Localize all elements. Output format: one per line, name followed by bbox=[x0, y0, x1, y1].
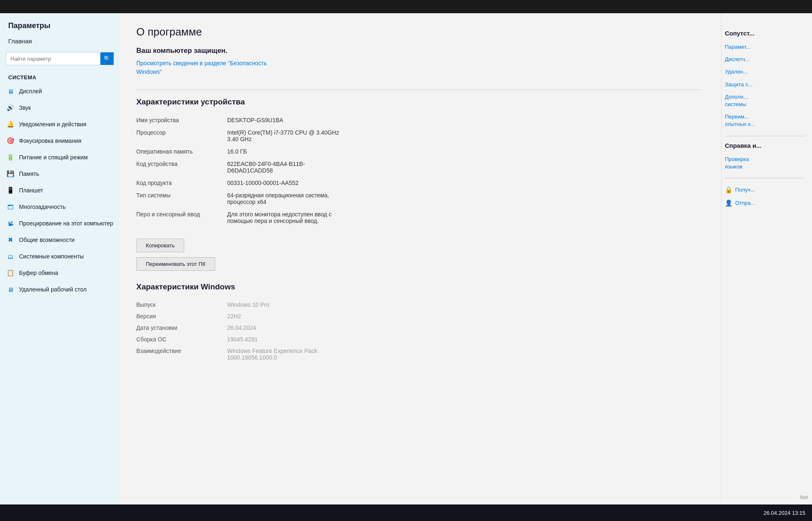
table-row: Тип системы 64-разрядная операционная си… bbox=[136, 189, 700, 208]
field-value-pen: Для этого монитора недоступен ввод спомо… bbox=[227, 208, 700, 227]
right-panel-send-item[interactable]: 👤 Отпра... bbox=[725, 197, 805, 209]
accessibility-icon: ✖ bbox=[6, 235, 15, 244]
table-row: Оперативная память 16.0 ГБ bbox=[136, 145, 700, 158]
sidebar-item-tablet-label: Планшет bbox=[19, 187, 43, 194]
sidebar-item-project[interactable]: 📽 Проецирование на этот компьютер bbox=[0, 215, 120, 232]
titlebar bbox=[0, 0, 812, 13]
field-label-install-date: Дата установки bbox=[136, 322, 227, 334]
power-icon: 🔋 bbox=[6, 153, 15, 162]
clipboard-icon: 📋 bbox=[6, 268, 15, 277]
right-panel-link-params[interactable]: Парамет... bbox=[725, 42, 805, 52]
field-value-edition: Windows 10 Pro bbox=[227, 299, 700, 310]
table-row: Взаимодействие Windows Feature Experienc… bbox=[136, 345, 700, 363]
field-value-cpu: Intel(R) Core(TM) i7-3770 CPU @ 3.40GHz3… bbox=[227, 126, 700, 145]
table-row: Процессор Intel(R) Core(TM) i7-3770 CPU … bbox=[136, 126, 700, 145]
sidebar-item-notifications-label: Уведомления и действия bbox=[19, 121, 86, 128]
sidebar-item-sound[interactable]: 🔊 Звук bbox=[0, 99, 120, 116]
sidebar-item-power-label: Питание и спящий режим bbox=[19, 154, 88, 161]
sidebar-item-project-label: Проецирование на этот компьютер bbox=[19, 220, 113, 227]
sidebar-item-clipboard[interactable]: 📋 Буфер обмена bbox=[0, 265, 120, 281]
table-row: Перо и сенсорный ввод Для этого монитора… bbox=[136, 208, 700, 227]
sidebar-item-multitask-label: Многозадачность bbox=[19, 204, 66, 210]
multitask-icon: 🗔 bbox=[6, 202, 15, 211]
field-value-interaction: Windows Feature Experience Pack1000.1905… bbox=[227, 345, 700, 363]
user-icon: 👤 bbox=[725, 199, 733, 207]
divider bbox=[136, 90, 700, 90]
tablet-icon: 📱 bbox=[6, 186, 15, 195]
sidebar-item-sound-label: Звук bbox=[19, 104, 31, 111]
components-icon: 🗂 bbox=[6, 252, 15, 261]
right-panel-link-additional[interactable]: Дополн...системы bbox=[725, 92, 805, 110]
sidebar-item-tablet[interactable]: 📱 Планшет bbox=[0, 182, 120, 199]
search-button[interactable]: 🔍 bbox=[100, 52, 114, 65]
sidebar-item-power[interactable]: 🔋 Питание и спящий режим bbox=[0, 149, 120, 166]
windows-section-title: Характеристики Windows bbox=[136, 282, 700, 291]
table-row: Код устройства 622EACB0-24F0-4BA4-B11B-D… bbox=[136, 158, 700, 177]
taskbar-clock: 26.04.2024 13:15 bbox=[764, 510, 805, 516]
field-label-product-id: Код продукта bbox=[136, 177, 227, 189]
remote-icon: 🖥 bbox=[6, 285, 15, 294]
sidebar-item-memory[interactable]: 💾 Память bbox=[0, 166, 120, 182]
right-panel-link-protection[interactable]: Защита с... bbox=[725, 79, 805, 90]
field-label-edition: Выпуск bbox=[136, 299, 227, 310]
windows-info-table: Выпуск Windows 10 Pro Версия 22H2 Дата у… bbox=[136, 299, 700, 363]
copy-button[interactable]: Копировать bbox=[136, 239, 184, 252]
sidebar-search: 🔍 bbox=[6, 52, 114, 65]
rename-button[interactable]: Переименовать этот ПК bbox=[136, 257, 215, 271]
sidebar-title: Параметры bbox=[0, 17, 120, 33]
field-value-ram: 16.0 ГБ bbox=[227, 145, 700, 158]
windows-section: Характеристики Windows Выпуск Windows 10… bbox=[136, 282, 700, 363]
focus-icon: 🎯 bbox=[6, 136, 15, 145]
sidebar-item-accessibility-label: Общие возможности bbox=[19, 237, 75, 243]
sidebar-section-label: Система bbox=[0, 69, 120, 83]
table-row: Сборка ОС 19045.4291 bbox=[136, 334, 700, 345]
sidebar-item-accessibility[interactable]: ✖ Общие возможности bbox=[0, 232, 120, 248]
table-row: Имя устройства DESKTOP-GS9U1BA bbox=[136, 114, 700, 126]
main-content: О программе Ваш компьютер защищен. Просм… bbox=[120, 13, 721, 504]
field-value-device-id: 622EACB0-24F0-4BA4-B11B-D6DAD1CADD58 bbox=[227, 158, 700, 177]
security-status: Ваш компьютер защищен. bbox=[136, 47, 700, 55]
right-panel-get-item[interactable]: 🔒 Получ... bbox=[725, 184, 805, 196]
app-container: Параметры Главная 🔍 Система 🖥 Дисплей 🔊 … bbox=[0, 13, 812, 504]
table-row: Код продукта 00331-10000-00001-AA552 bbox=[136, 177, 700, 189]
sidebar-item-display[interactable]: 🖥 Дисплей bbox=[0, 83, 120, 99]
right-panel-link-remote[interactable]: Удален... bbox=[725, 66, 805, 77]
field-label-device-name: Имя устройства bbox=[136, 114, 227, 126]
field-label-build: Сборка ОС bbox=[136, 334, 227, 345]
field-value-install-date: 26.04.2024 bbox=[227, 322, 700, 334]
sidebar-item-components[interactable]: 🗂 Системные компоненты bbox=[0, 248, 120, 265]
right-panel-link-rename[interactable]: Переим...опытных к... bbox=[725, 111, 805, 130]
field-value-product-id: 00331-10000-00001-AA552 bbox=[227, 177, 700, 189]
sidebar-item-multitask[interactable]: 🗔 Многозадачность bbox=[0, 199, 120, 215]
sidebar-item-clipboard-label: Буфер обмена bbox=[19, 270, 58, 276]
field-label-device-id: Код устройства bbox=[136, 158, 227, 177]
field-label-ram: Оперативная память bbox=[136, 145, 227, 158]
sidebar-item-remote[interactable]: 🖥 Удаленный рабочий стол bbox=[0, 281, 120, 298]
security-link[interactable]: Просмотреть сведения в разделе "Безопасн… bbox=[136, 59, 267, 76]
taskbar: 26.04.2024 13:15 bbox=[0, 504, 812, 521]
device-info-table: Имя устройства DESKTOP-GS9U1BA Процессор… bbox=[136, 114, 700, 227]
right-panel-title: Сопутст... bbox=[725, 30, 805, 37]
field-value-version: 22H2 bbox=[227, 310, 700, 322]
sidebar-item-focus[interactable]: 🎯 Фокусировка внимания bbox=[0, 133, 120, 149]
sidebar-item-remote-label: Удаленный рабочий стол bbox=[19, 286, 87, 293]
sidebar-item-notifications[interactable]: 🔔 Уведомления и действия bbox=[0, 116, 120, 133]
right-panel-link-check[interactable]: Проверкаязыков bbox=[725, 154, 805, 172]
memory-icon: 💾 bbox=[6, 169, 15, 178]
field-label-cpu: Процессор bbox=[136, 126, 227, 145]
sidebar-item-memory-label: Память bbox=[19, 171, 39, 177]
sidebar-item-components-label: Системные компоненты bbox=[19, 253, 84, 260]
field-label-version: Версия bbox=[136, 310, 227, 322]
device-section-title: Характеристики устройства bbox=[136, 97, 700, 107]
page-title: О программе bbox=[136, 26, 700, 38]
search-input[interactable] bbox=[6, 53, 100, 64]
display-icon: 🖥 bbox=[6, 87, 15, 96]
sidebar-home[interactable]: Главная bbox=[0, 33, 120, 49]
not-label: Not bbox=[800, 495, 808, 500]
sidebar-item-display-label: Дисплей bbox=[19, 88, 42, 95]
field-value-device-name: DESKTOP-GS9U1BA bbox=[227, 114, 700, 126]
right-panel-help-title: Справка и... bbox=[725, 142, 805, 149]
table-row: Выпуск Windows 10 Pro bbox=[136, 299, 700, 310]
field-value-build: 19045.4291 bbox=[227, 334, 700, 345]
right-panel-link-dispatch[interactable]: Диспетч... bbox=[725, 54, 805, 65]
